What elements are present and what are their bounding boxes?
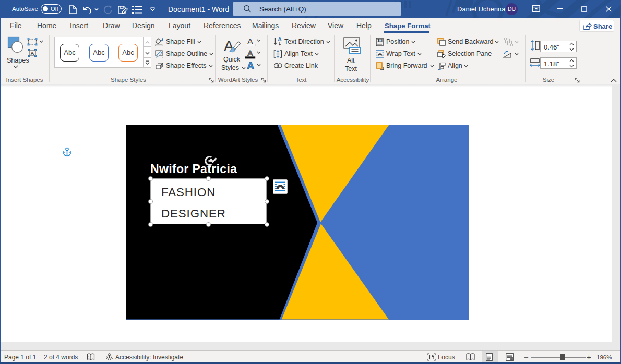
svg-text:A: A bbox=[247, 37, 253, 45]
svg-text:A: A bbox=[31, 50, 34, 56]
svg-text:A: A bbox=[278, 37, 282, 42]
svg-text:A: A bbox=[247, 48, 253, 57]
svg-text:A: A bbox=[247, 60, 254, 71]
